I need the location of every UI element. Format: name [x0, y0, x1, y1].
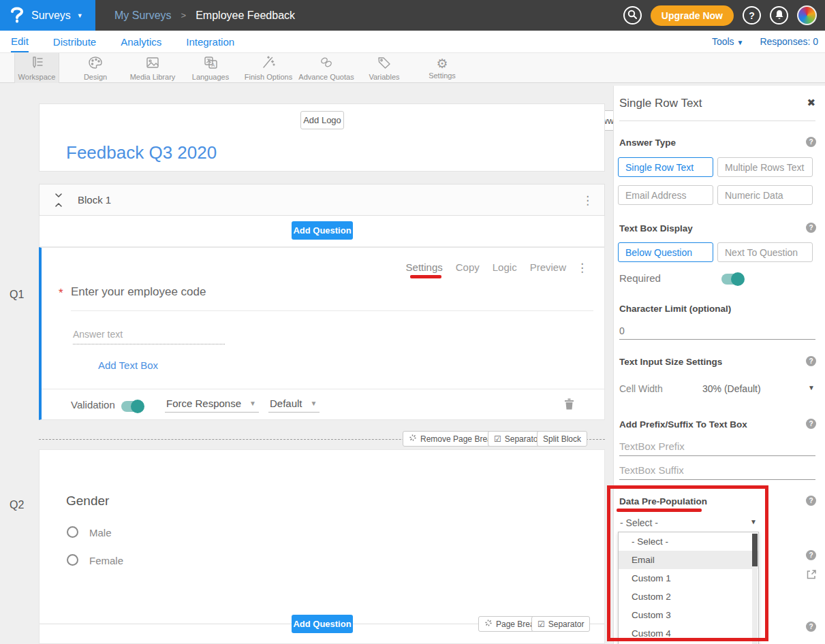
broken-link-icon: [409, 434, 417, 444]
display-next-to-question[interactable]: Next To Question: [717, 242, 813, 262]
avatar[interactable]: [797, 5, 817, 25]
toolbar-variables[interactable]: Variables: [357, 53, 411, 83]
question-2-text[interactable]: Gender: [66, 494, 109, 509]
add-question-button-bottom[interactable]: Add Question: [292, 615, 353, 633]
external-link-icon[interactable]: [806, 569, 817, 583]
block-title[interactable]: Block 1: [78, 194, 111, 206]
validation-type-dropdown[interactable]: Default▼: [268, 398, 320, 413]
trash-icon: [564, 400, 574, 412]
cell-width-label: Cell Width: [619, 383, 663, 394]
text-box-display-help-icon[interactable]: ?: [806, 223, 816, 233]
questionpro-logo-icon: [9, 5, 25, 26]
tab-integration[interactable]: Integration: [186, 31, 234, 52]
tag-icon: [377, 56, 392, 72]
question-tab-settings[interactable]: Settings: [406, 261, 443, 273]
separator-button-bottom[interactable]: ☑ Separator: [531, 616, 590, 632]
tab-analytics[interactable]: Analytics: [121, 31, 161, 52]
validation-label: Validation: [71, 399, 115, 410]
text-input-size-label: Text Input Size Settings: [619, 357, 722, 367]
toolbar-settings[interactable]: ⚙ Settings: [415, 53, 469, 83]
radio-male[interactable]: [67, 526, 78, 538]
question-mark-icon: ?: [749, 10, 755, 21]
surveys-menu[interactable]: Surveys ▼: [0, 0, 95, 31]
answer-type-single-row[interactable]: Single Row Text: [618, 157, 713, 177]
suffix-underline: [619, 479, 815, 480]
block-menu-kebab-icon[interactable]: ⋮: [582, 193, 593, 208]
toolbar-design[interactable]: Design: [68, 53, 123, 83]
question-tab-logic[interactable]: Logic: [493, 261, 517, 273]
answer-text-placeholder[interactable]: Answer text: [73, 329, 123, 340]
hidden-section-help-icon-2[interactable]: ?: [806, 622, 816, 632]
display-below-question[interactable]: Below Question: [618, 242, 713, 262]
toolbar-media-library[interactable]: Media Library: [120, 53, 185, 83]
questionpro-survey-editor: Surveys ▼ My Surveys > Employee Feedback…: [0, 0, 825, 644]
survey-title[interactable]: Feedback Q3 2020: [66, 142, 217, 163]
question-2-card: Gender Male Female Add Question Page Bre…: [39, 449, 605, 644]
search-button[interactable]: [623, 6, 642, 25]
translate-icon: A: [203, 56, 218, 72]
tab-edit[interactable]: Edit: [11, 31, 29, 52]
dropdown-option-select[interactable]: - Select -: [619, 532, 758, 551]
checkbox-icon: ☑: [494, 434, 501, 444]
tab-distribute[interactable]: Distribute: [53, 31, 96, 52]
answer-type-help-icon[interactable]: ?: [806, 137, 816, 147]
answer-type-email[interactable]: Email Address: [618, 185, 713, 205]
toolbar-workspace[interactable]: Workspace: [14, 53, 59, 83]
dropdown-option-email[interactable]: Email: [619, 551, 758, 569]
question-menu-kebab-icon[interactable]: ⋮: [576, 261, 588, 275]
toolbar-advance-quotas[interactable]: Advance Quotas: [289, 53, 364, 83]
editor-toolbar: Workspace Design Media Library A Languag…: [0, 52, 825, 83]
radio-female-label[interactable]: Female: [89, 555, 123, 566]
force-response-dropdown[interactable]: Force Response▼: [165, 398, 259, 413]
toolbar-languages[interactable]: A Languages: [182, 53, 239, 83]
textbox-suffix-input[interactable]: TextBox Suffix: [619, 464, 684, 476]
validation-row-divider: [42, 389, 604, 389]
required-label: Required: [619, 272, 661, 284]
close-icon[interactable]: ✖: [807, 97, 815, 109]
question-1-text[interactable]: Enter your employee code: [71, 285, 206, 299]
dropdown-option-custom1[interactable]: Custom 1: [619, 569, 758, 587]
required-toggle[interactable]: [721, 274, 744, 285]
notifications-button[interactable]: [770, 6, 788, 25]
dropdown-option-custom3[interactable]: Custom 3: [619, 606, 758, 624]
tools-dropdown[interactable]: Tools ▼: [712, 36, 743, 47]
add-question-row: Add Question: [39, 216, 605, 247]
question-tab-preview[interactable]: Preview: [530, 261, 566, 273]
breadcrumb-my-surveys[interactable]: My Surveys: [114, 10, 172, 22]
dropdown-scrollbar[interactable]: [752, 533, 758, 644]
question-number-q1: Q1: [10, 289, 24, 301]
dropdown-option-custom2[interactable]: Custom 2: [619, 587, 758, 606]
chevron-down-icon[interactable]: ▼: [750, 518, 757, 526]
textbox-prefix-input[interactable]: TextBox Prefix: [619, 440, 685, 452]
dropdown-option-custom4[interactable]: Custom 4: [619, 624, 758, 643]
help-button[interactable]: ?: [743, 6, 761, 25]
character-limit-input[interactable]: 0: [619, 325, 625, 336]
radio-male-label[interactable]: Male: [89, 527, 112, 538]
data-prepopulation-help-icon[interactable]: ?: [806, 496, 816, 506]
add-question-button-top[interactable]: Add Question: [292, 221, 353, 240]
prefix-suffix-help-icon[interactable]: ?: [806, 419, 816, 429]
brand-label: Surveys: [31, 10, 71, 22]
collapse-block-icon[interactable]: [54, 193, 63, 210]
add-logo-button[interactable]: Add Logo: [300, 111, 344, 129]
radio-female[interactable]: [67, 554, 78, 566]
answer-type-multiple-rows[interactable]: Multiple Rows Text: [717, 157, 813, 177]
remove-page-break-button[interactable]: Remove Page Break: [403, 431, 502, 447]
hidden-section-help-icon[interactable]: ?: [806, 550, 816, 560]
dropdown-scrollbar-thumb[interactable]: [752, 534, 758, 566]
upgrade-now-button[interactable]: Upgrade Now: [651, 5, 734, 26]
chevron-down-icon[interactable]: ▼: [808, 384, 815, 391]
image-icon: [145, 56, 160, 72]
cell-width-dropdown[interactable]: 30% (Default): [702, 383, 761, 394]
question-toolbar: Settings Copy Logic Preview: [406, 261, 566, 273]
add-text-box-link[interactable]: Add Text Box: [98, 359, 158, 371]
responses-count[interactable]: Responses: 0: [760, 36, 818, 47]
delete-question-button[interactable]: [564, 398, 574, 413]
question-tab-copy[interactable]: Copy: [456, 261, 480, 273]
text-input-size-help-icon[interactable]: ?: [806, 356, 816, 366]
split-block-button[interactable]: Split Block: [537, 431, 587, 447]
answer-type-numeric[interactable]: Numeric Data: [717, 185, 813, 205]
chevron-down-icon: ▼: [736, 39, 743, 46]
validation-toggle[interactable]: [121, 401, 144, 412]
data-prepopulation-select[interactable]: - Select -: [620, 517, 658, 528]
